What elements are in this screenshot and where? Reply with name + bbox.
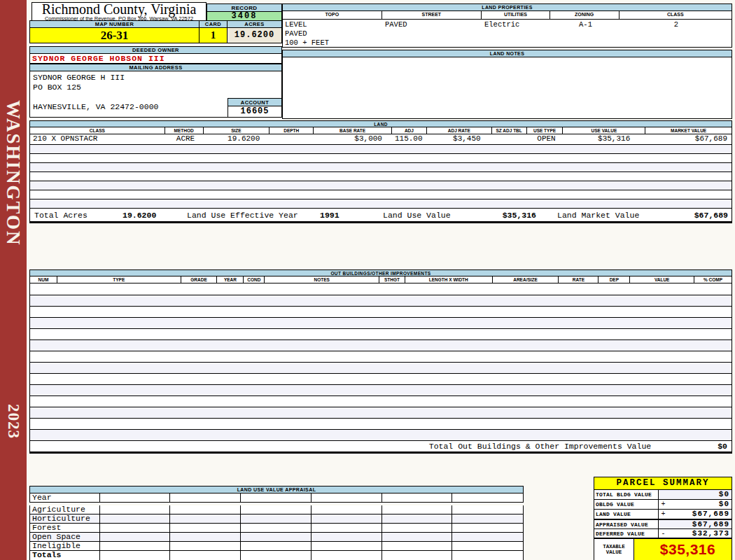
- empty-cell: [312, 514, 382, 523]
- land-use-appraisal-row: Totals: [29, 551, 524, 560]
- empty-cell: [382, 533, 453, 541]
- summary-label: LAND VALUE: [594, 510, 659, 519]
- out-buildings-empty-row: [30, 373, 732, 384]
- land-table-title: LAND: [30, 120, 732, 127]
- county-title: Richmond County, Virginia: [32, 3, 206, 16]
- map-number-box: MAP NUMBER 26-31: [29, 20, 200, 43]
- out-buildings-empty-row: [30, 328, 732, 340]
- mailing-line: PO BOX 125: [33, 83, 281, 92]
- land-use-appraisal-rows: YearAgricultureHorticultureForestOpen Sp…: [29, 493, 524, 560]
- account-header: ACCOUNT: [227, 98, 282, 106]
- land-cell: $3,000: [314, 134, 392, 144]
- land-properties-title: LAND PROPERTIES: [282, 4, 732, 11]
- out-buildings-empty-row: [30, 340, 732, 351]
- land-empty-row: [30, 172, 732, 181]
- land-use-appraisal-table: LAND USE VALUE APPRAISAL YearAgriculture…: [29, 486, 524, 560]
- column-header: TOPO: [283, 11, 382, 19]
- summary-value: $32,373: [668, 529, 732, 538]
- empty-cell: [170, 542, 241, 550]
- column-header: CLASS: [30, 127, 165, 134]
- deeded-owner-value: SYDNOR GEORGE HOBSON III: [29, 54, 282, 64]
- empty-cell: [100, 505, 171, 514]
- land-use-value-label: Land Use Value: [383, 209, 451, 222]
- deeded-owner-header: DEEDED OWNER: [29, 46, 282, 54]
- out-buildings-empty-row: [30, 429, 732, 440]
- column-header: BASE RATE: [314, 127, 392, 134]
- land-use-appraisal-row: Agriculture: [29, 505, 524, 514]
- out-buildings-rows: [30, 284, 732, 440]
- summary-value: $67,689: [668, 510, 732, 519]
- out-buildings-empty-row: [30, 351, 732, 362]
- map-number-value: 26-31: [29, 28, 200, 43]
- land-empty-row: [30, 199, 732, 208]
- out-buildings-table: OUT BUILDINGS/OTHER IMPROVEMENTS NUMTYPE…: [29, 270, 732, 454]
- column-header: MARKET VALUE: [645, 127, 732, 134]
- land-notes-body: [282, 57, 732, 119]
- empty-cell: [170, 551, 241, 560]
- acres-box: ACRES 19.6200: [227, 20, 282, 43]
- topo-line-2: PAVED: [285, 29, 307, 38]
- effective-year-label: Land Use Effective Year: [187, 209, 298, 222]
- acres-value: 19.6200: [227, 28, 282, 43]
- empty-cell: [452, 505, 523, 514]
- empty-cell: [452, 524, 523, 532]
- row-label: Forest: [30, 524, 100, 532]
- out-buildings-empty-row: [30, 362, 732, 373]
- land-empty-row: [30, 144, 732, 153]
- summary-operator: +: [659, 510, 668, 519]
- row-label: Agriculture: [30, 505, 100, 514]
- empty-cell: [312, 542, 382, 550]
- column-header: NUM: [30, 276, 57, 283]
- empty-cell: [241, 505, 312, 514]
- land-totals-row: Total Acres 19.6200 Land Use Effective Y…: [30, 208, 732, 223]
- empty-cell: [312, 505, 382, 514]
- land-empty-row: [30, 181, 732, 190]
- out-buildings-empty-row: [30, 418, 732, 429]
- parcel-summary-rows: TOTAL BLDG VALUE$0OBLDG VALUE+$0LAND VAL…: [594, 490, 732, 539]
- column-header: ADJ RATE: [427, 127, 492, 134]
- empty-cell: [241, 493, 312, 502]
- parcel-summary-row: APPRAISED VALUE$67,689: [594, 519, 732, 529]
- empty-cell: [241, 514, 312, 523]
- summary-value: $0: [668, 490, 732, 499]
- topo-line-1: LEVEL: [285, 20, 307, 29]
- land-use-appraisal-row: Open Space: [29, 533, 524, 542]
- map-number-header: MAP NUMBER: [29, 20, 200, 28]
- column-header: USE VALUE: [563, 127, 645, 134]
- column-header: CLASS: [620, 11, 732, 19]
- sidebar-year-label: 2023: [4, 404, 22, 439]
- parcel-summary-row: DEFERRED VALUE-$32,373: [594, 529, 732, 539]
- mailing-line: SYDNOR GEORGE H III: [33, 73, 281, 83]
- land-use-appraisal-row: Year: [29, 493, 524, 503]
- empty-cell: [382, 542, 453, 550]
- column-header: USE TYPE: [527, 127, 564, 134]
- row-label: Horticulture: [30, 514, 100, 523]
- row-label: Ineligible: [30, 542, 100, 550]
- empty-cell: [382, 551, 453, 560]
- zoning-value: A-1: [551, 20, 620, 29]
- parcel-summary-row: OBLDG VALUE+$0: [594, 500, 732, 510]
- mailing-address-header: MAILING ADDRESS: [29, 64, 282, 71]
- out-buildings-empty-row: [30, 306, 732, 317]
- empty-cell: [382, 493, 453, 502]
- land-cell: 115.00: [392, 134, 427, 144]
- parcel-summary-row: LAND VALUE+$67,689: [594, 510, 732, 519]
- empty-cell: [100, 533, 171, 541]
- column-header: VALUE: [630, 276, 694, 283]
- land-empty-row: [30, 190, 732, 199]
- empty-cell: [452, 551, 523, 560]
- column-header: STREET: [382, 11, 482, 19]
- empty-cell: [100, 514, 171, 523]
- class-value: 2: [620, 20, 732, 29]
- column-header: ZONING: [550, 11, 620, 19]
- out-buildings-total-label: Total Out Buildings & Other Improvements…: [429, 442, 651, 451]
- column-header: COND: [244, 276, 265, 283]
- summary-label: TOTAL BLDG VALUE: [594, 490, 659, 499]
- empty-cell: [170, 505, 241, 514]
- card-box: CARD 1: [200, 20, 227, 43]
- out-buildings-empty-row: [30, 284, 732, 295]
- column-header: GRADE: [181, 276, 218, 283]
- empty-cell: [170, 533, 241, 541]
- empty-cell: [241, 551, 312, 560]
- empty-cell: [382, 524, 453, 532]
